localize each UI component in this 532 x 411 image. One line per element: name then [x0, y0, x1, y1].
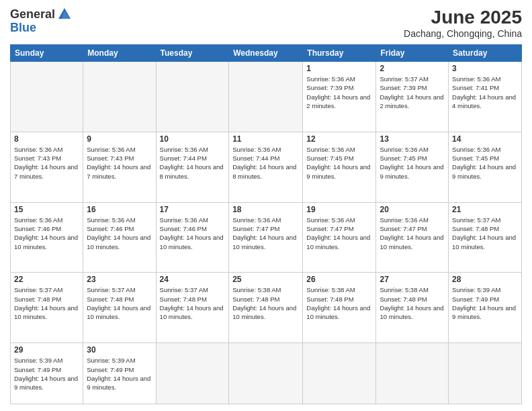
week-row-5: 29Sunrise: 5:39 AMSunset: 7:49 PMDayligh…	[11, 343, 522, 404]
day-info: Sunrise: 5:36 AMSunset: 7:47 PMDaylight:…	[306, 216, 372, 251]
day-number: 25	[232, 275, 299, 284]
day-header-tuesday: Tuesday	[156, 45, 229, 62]
calendar-cell: 28Sunrise: 5:39 AMSunset: 7:49 PMDayligh…	[449, 273, 522, 343]
calendar-cell	[156, 343, 229, 404]
day-number: 19	[306, 205, 372, 214]
day-header-thursday: Thursday	[303, 45, 376, 62]
day-header-saturday: Saturday	[449, 45, 522, 62]
day-info: Sunrise: 5:36 AMSunset: 7:44 PMDaylight:…	[160, 145, 226, 181]
day-info: Sunrise: 5:37 AMSunset: 7:48 PMDaylight:…	[452, 216, 518, 251]
day-info: Sunrise: 5:36 AMSunset: 7:44 PMDaylight:…	[232, 145, 299, 181]
calendar-cell	[376, 343, 449, 404]
days-header-row: SundayMondayTuesdayWednesdayThursdayFrid…	[11, 45, 522, 62]
day-number: 11	[232, 134, 299, 144]
day-info: Sunrise: 5:36 AMSunset: 7:45 PMDaylight:…	[306, 145, 372, 181]
day-number: 14	[452, 134, 518, 144]
day-info: Sunrise: 5:38 AMSunset: 7:48 PMDaylight:…	[306, 285, 372, 321]
day-info: Sunrise: 5:39 AMSunset: 7:49 PMDaylight:…	[452, 285, 518, 321]
day-info: Sunrise: 5:36 AMSunset: 7:41 PMDaylight:…	[452, 75, 518, 110]
day-number: 20	[380, 205, 445, 214]
day-number: 3	[452, 64, 518, 73]
calendar-cell: 19Sunrise: 5:36 AMSunset: 7:47 PMDayligh…	[303, 202, 376, 273]
day-number: 29	[14, 345, 79, 355]
week-row-4: 22Sunrise: 5:37 AMSunset: 7:48 PMDayligh…	[11, 273, 522, 343]
day-info: Sunrise: 5:36 AMSunset: 7:45 PMDaylight:…	[380, 145, 445, 181]
calendar-cell	[11, 62, 83, 132]
day-number: 9	[87, 134, 152, 144]
day-info: Sunrise: 5:38 AMSunset: 7:48 PMDaylight:…	[232, 285, 299, 321]
calendar-cell: 27Sunrise: 5:38 AMSunset: 7:48 PMDayligh…	[376, 273, 449, 343]
calendar-cell: 8Sunrise: 5:36 AMSunset: 7:43 PMDaylight…	[11, 132, 83, 202]
calendar-table: SundayMondayTuesdayWednesdayThursdayFrid…	[10, 44, 522, 404]
day-info: Sunrise: 5:39 AMSunset: 7:49 PMDaylight:…	[87, 356, 152, 392]
calendar-cell: 24Sunrise: 5:37 AMSunset: 7:48 PMDayligh…	[156, 273, 229, 343]
week-row-3: 15Sunrise: 5:36 AMSunset: 7:46 PMDayligh…	[11, 202, 522, 273]
calendar-cell	[229, 343, 303, 404]
calendar-cell: 14Sunrise: 5:36 AMSunset: 7:45 PMDayligh…	[449, 132, 522, 202]
calendar-cell: 12Sunrise: 5:36 AMSunset: 7:45 PMDayligh…	[303, 132, 376, 202]
day-header-wednesday: Wednesday	[229, 45, 303, 62]
day-info: Sunrise: 5:37 AMSunset: 7:48 PMDaylight:…	[160, 285, 226, 321]
day-info: Sunrise: 5:36 AMSunset: 7:47 PMDaylight:…	[232, 216, 299, 251]
logo-icon	[57, 7, 72, 21]
day-number: 16	[87, 205, 152, 214]
day-number: 22	[14, 275, 79, 284]
day-number: 27	[380, 275, 445, 284]
calendar-cell: 25Sunrise: 5:38 AMSunset: 7:48 PMDayligh…	[229, 273, 303, 343]
day-number: 15	[14, 205, 79, 214]
day-info: Sunrise: 5:37 AMSunset: 7:48 PMDaylight:…	[87, 285, 152, 321]
calendar-cell: 23Sunrise: 5:37 AMSunset: 7:48 PMDayligh…	[83, 273, 156, 343]
day-header-monday: Monday	[83, 45, 156, 62]
day-number: 12	[306, 134, 372, 144]
month-title: June 2025	[404, 7, 522, 28]
day-info: Sunrise: 5:36 AMSunset: 7:45 PMDaylight:…	[452, 145, 518, 181]
calendar-cell: 20Sunrise: 5:36 AMSunset: 7:47 PMDayligh…	[376, 202, 449, 273]
day-info: Sunrise: 5:39 AMSunset: 7:49 PMDaylight:…	[14, 356, 79, 392]
calendar-cell: 1Sunrise: 5:36 AMSunset: 7:39 PMDaylight…	[303, 62, 376, 132]
calendar-cell: 13Sunrise: 5:36 AMSunset: 7:45 PMDayligh…	[376, 132, 449, 202]
day-info: Sunrise: 5:36 AMSunset: 7:39 PMDaylight:…	[306, 75, 372, 110]
header: General Blue June 2025 Dachang, Chongqin…	[10, 7, 522, 39]
calendar-cell: 15Sunrise: 5:36 AMSunset: 7:46 PMDayligh…	[11, 202, 83, 273]
day-number: 21	[452, 205, 518, 214]
calendar-cell: 22Sunrise: 5:37 AMSunset: 7:48 PMDayligh…	[11, 273, 83, 343]
calendar-cell	[449, 343, 522, 404]
day-header-friday: Friday	[376, 45, 449, 62]
calendar-cell: 3Sunrise: 5:36 AMSunset: 7:41 PMDaylight…	[449, 62, 522, 132]
day-info: Sunrise: 5:36 AMSunset: 7:47 PMDaylight:…	[380, 216, 445, 251]
calendar-cell: 11Sunrise: 5:36 AMSunset: 7:44 PMDayligh…	[229, 132, 303, 202]
day-header-sunday: Sunday	[11, 45, 83, 62]
calendar-cell	[303, 343, 376, 404]
calendar-cell	[83, 62, 156, 132]
day-number: 30	[87, 345, 152, 355]
calendar-cell: 2Sunrise: 5:37 AMSunset: 7:39 PMDaylight…	[376, 62, 449, 132]
calendar-cell: 10Sunrise: 5:36 AMSunset: 7:44 PMDayligh…	[156, 132, 229, 202]
day-number: 24	[160, 275, 226, 284]
day-info: Sunrise: 5:37 AMSunset: 7:48 PMDaylight:…	[14, 285, 79, 321]
day-info: Sunrise: 5:36 AMSunset: 7:46 PMDaylight:…	[87, 216, 152, 251]
calendar-cell: 16Sunrise: 5:36 AMSunset: 7:46 PMDayligh…	[83, 202, 156, 273]
logo: General Blue	[10, 7, 72, 34]
calendar-cell: 26Sunrise: 5:38 AMSunset: 7:48 PMDayligh…	[303, 273, 376, 343]
location-title: Dachang, Chongqing, China	[404, 28, 522, 39]
calendar-cell: 18Sunrise: 5:36 AMSunset: 7:47 PMDayligh…	[229, 202, 303, 273]
day-info: Sunrise: 5:36 AMSunset: 7:46 PMDaylight:…	[160, 216, 226, 251]
day-info: Sunrise: 5:36 AMSunset: 7:43 PMDaylight:…	[87, 145, 152, 181]
day-number: 26	[306, 275, 372, 284]
day-number: 13	[380, 134, 445, 144]
day-number: 28	[452, 275, 518, 284]
logo-blue: Blue	[10, 21, 36, 34]
day-number: 1	[306, 64, 372, 73]
calendar-cell: 29Sunrise: 5:39 AMSunset: 7:49 PMDayligh…	[11, 343, 83, 404]
day-number: 2	[380, 64, 445, 73]
page: General Blue June 2025 Dachang, Chongqin…	[0, 0, 532, 411]
day-number: 23	[87, 275, 152, 284]
day-info: Sunrise: 5:36 AMSunset: 7:46 PMDaylight:…	[14, 216, 79, 251]
day-number: 18	[232, 205, 299, 214]
week-row-1: 1Sunrise: 5:36 AMSunset: 7:39 PMDaylight…	[11, 62, 522, 132]
calendar-cell	[156, 62, 229, 132]
logo-general: General	[10, 8, 55, 20]
calendar-cell: 30Sunrise: 5:39 AMSunset: 7:49 PMDayligh…	[83, 343, 156, 404]
day-info: Sunrise: 5:38 AMSunset: 7:48 PMDaylight:…	[380, 285, 445, 321]
day-number: 17	[160, 205, 226, 214]
